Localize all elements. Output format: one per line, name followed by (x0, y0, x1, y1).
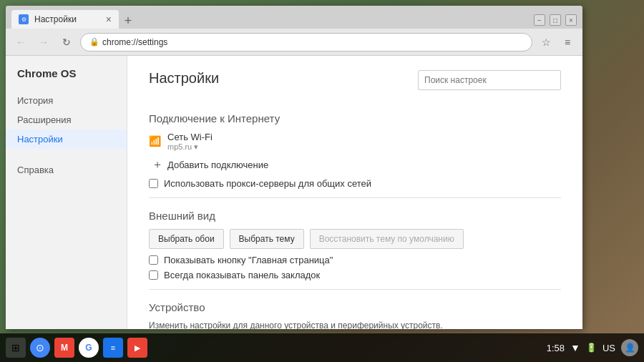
add-icon: ＋ (152, 157, 163, 172)
sidebar-item-history[interactable]: История (6, 91, 127, 110)
desktop: ⚙ Настройки × + − □ × ← → ↻ 🔒 chrome://s… (0, 0, 644, 362)
close-btn[interactable]: × (565, 14, 577, 26)
time-display: 1:58 (547, 343, 565, 353)
proxy-label: Использовать прокси-серверы для общих се… (164, 178, 371, 189)
search-input[interactable] (418, 70, 561, 90)
new-tab-btn[interactable]: + (119, 13, 137, 29)
window-controls: − □ × (534, 14, 577, 29)
sidebar-spacer (6, 149, 127, 160)
taskbar-chrome-icon[interactable]: ⊙ (30, 338, 50, 358)
reset-theme-btn[interactable]: Восстановить тему по умолчанию (310, 229, 464, 249)
proxy-checkbox[interactable] (149, 179, 158, 188)
taskbar: ⊞ ⊙ M G ≡ ▶ 1:58 ▼ 🔋 US 👤 (0, 333, 644, 362)
url-bar[interactable]: 🔒 chrome://settings (80, 33, 532, 52)
wifi-row: 📶 Сеть Wi-Fi mp5.ru ▾ (149, 132, 561, 152)
maximize-btn[interactable]: □ (550, 14, 561, 26)
device-section-title: Устройство (149, 301, 561, 313)
device-desc: Изменить настройки для данного устройств… (149, 321, 561, 329)
browser-content: Chrome OS История Расширения Настройки С… (6, 56, 582, 329)
sidebar-item-help[interactable]: Справка (6, 160, 127, 180)
show-bookmarks-checkbox[interactable] (149, 270, 158, 280)
settings-tab[interactable]: ⚙ Настройки × (11, 10, 119, 29)
show-home-row: Показывать кнопку "Главная страница" (149, 255, 561, 265)
wifi-info: Сеть Wi-Fi mp5.ru ▾ (167, 132, 213, 152)
show-home-label: Показывать кнопку "Главная страница" (164, 255, 333, 265)
page-title: Настройки (149, 70, 219, 87)
show-bookmarks-row: Всегда показывать панель закладок (149, 270, 561, 280)
settings-sidebar: Chrome OS История Расширения Настройки С… (6, 56, 127, 329)
tab-favicon: ⚙ (19, 14, 29, 24)
add-connection-label: Добавить подключение (167, 160, 268, 170)
add-connection-btn[interactable]: ＋ Добавить подключение (152, 157, 561, 172)
taskbar-right: 1:58 ▼ 🔋 US 👤 (547, 339, 638, 356)
tab-close-btn[interactable]: × (106, 14, 112, 24)
appearance-section-title: Внешний вид (149, 210, 561, 222)
taskbar-docs-icon[interactable]: ≡ (103, 338, 123, 358)
user-avatar[interactable]: 👤 (621, 339, 638, 356)
taskbar-youtube-icon[interactable]: ▶ (127, 338, 147, 358)
url-text: chrome://settings (102, 37, 167, 47)
forward-btn[interactable]: → (34, 33, 53, 52)
appearance-buttons: Выбрать обои Выбрать тему Восстановить т… (149, 229, 561, 249)
proxy-row: Использовать прокси-серверы для общих се… (149, 178, 561, 189)
sidebar-item-settings[interactable]: Настройки (6, 129, 127, 149)
minimize-btn[interactable]: − (534, 14, 545, 26)
menu-btn[interactable]: ≡ (558, 33, 577, 52)
back-btn[interactable]: ← (11, 33, 30, 52)
taskbar-left: ⊞ ⊙ M G ≡ ▶ (6, 338, 147, 358)
browser-window: ⚙ Настройки × + − □ × ← → ↻ 🔒 chrome://s… (6, 6, 582, 329)
tab-bar: ⚙ Настройки × + − □ × (6, 6, 582, 29)
wifi-status-icon: ▼ (570, 342, 580, 353)
taskbar-google-icon[interactable]: G (79, 338, 99, 358)
settings-main: Настройки Подключение к Интернету 📶 Сеть… (127, 56, 582, 329)
sidebar-item-extensions[interactable]: Расширения (6, 110, 127, 129)
show-home-checkbox[interactable] (149, 255, 158, 265)
theme-btn[interactable]: Выбрать тему (230, 229, 304, 249)
wifi-sub[interactable]: mp5.ru ▾ (167, 142, 213, 152)
battery-icon: 🔋 (586, 343, 597, 353)
internet-section-title: Подключение к Интернету (149, 112, 561, 124)
reload-btn[interactable]: ↻ (57, 33, 76, 52)
taskbar-gmail-icon[interactable]: M (54, 338, 74, 358)
url-lock-icon: 🔒 (89, 37, 99, 47)
locale-display: US (602, 343, 615, 353)
address-bar-right: ☆ ≡ (537, 33, 577, 52)
bookmark-btn[interactable]: ☆ (537, 33, 555, 52)
apps-btn[interactable]: ⊞ (6, 338, 26, 358)
show-bookmarks-label: Всегда показывать панель закладок (164, 270, 320, 280)
tab-title: Настройки (34, 14, 77, 24)
wifi-name: Сеть Wi-Fi (167, 132, 213, 142)
address-bar: ← → ↻ 🔒 chrome://settings ☆ ≡ (6, 29, 582, 56)
wallpaper-btn[interactable]: Выбрать обои (149, 229, 224, 249)
sidebar-brand: Chrome OS (6, 67, 127, 91)
wifi-icon: 📶 (149, 135, 162, 148)
